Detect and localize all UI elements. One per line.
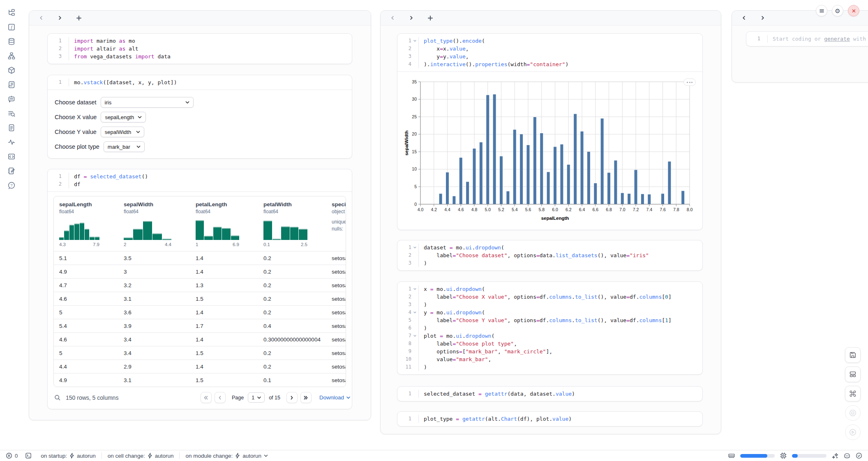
menu-icon[interactable]	[816, 5, 827, 16]
documentation-icon[interactable]	[6, 81, 17, 89]
previous-page-button[interactable]	[215, 392, 226, 403]
code-editor-xy-plot-dropdowns[interactable]: 1x = mo.ui.dropdown(2 label="Choose X va…	[397, 282, 702, 374]
code-line: 9 options=["mark_bar", "mark_circle"],	[401, 348, 697, 355]
table-cell: 3.2	[118, 282, 190, 288]
last-page-button[interactable]	[300, 392, 312, 403]
data-sources-icon[interactable]	[6, 37, 17, 46]
file-explorer-icon[interactable]	[6, 9, 17, 17]
table-row[interactable]: 4.931.40.2setosa	[54, 265, 346, 278]
code-line: 6)	[401, 324, 697, 332]
table-row-count: 150 rows, 5 columns	[66, 394, 118, 401]
column-move-left-icon[interactable]	[739, 15, 749, 21]
save-button[interactable]	[845, 347, 861, 363]
table-row[interactable]: 4.93.11.50.1setosa	[54, 373, 346, 387]
ai-sparkles-icon[interactable]	[832, 452, 838, 459]
dependency-graph-icon[interactable]	[6, 52, 17, 60]
table-column-header[interactable]: petalLengthfloat6416.9	[190, 201, 258, 251]
ram-usage-bar	[740, 454, 775, 458]
add-column-icon[interactable]	[425, 14, 436, 22]
chart-output: 051015202530354.04.24.44.64.85.05.25.45.…	[397, 71, 702, 230]
table-row[interactable]: 53.41.50.2setosa	[54, 346, 346, 360]
settings-gear-icon[interactable]: ⚙	[832, 5, 843, 16]
code-editor-df[interactable]: 1df = selected_dataset()2df	[48, 169, 352, 191]
column-move-left-icon[interactable]	[37, 15, 46, 21]
scratchpad-icon[interactable]	[6, 167, 17, 175]
code-editor-selected-dataset[interactable]: 1selected_dataset = getattr(data, datase…	[397, 387, 702, 401]
table-column-header[interactable]: petalWidthfloat640.12.5	[258, 201, 326, 251]
keyboard-shortcuts-button[interactable]	[845, 386, 861, 401]
variables-icon[interactable]: f	[6, 23, 17, 31]
svg-text:7.6: 7.6	[660, 207, 666, 212]
table-row[interactable]: 4.73.21.30.2setosa	[54, 278, 346, 292]
next-page-button[interactable]	[286, 392, 298, 403]
table-cell: 4.6	[54, 296, 118, 302]
table-cell: 1.4	[190, 364, 258, 370]
code-editor-plot-encode[interactable]: 1plot_type().encode(2 x=x.value,3 y=y.va…	[397, 34, 702, 71]
notes-icon[interactable]	[6, 124, 17, 132]
ram-icon	[728, 452, 735, 459]
code-editor-plot-type[interactable]: 1plot_type = getattr(alt.Chart(df), plot…	[397, 412, 702, 426]
table-column-header[interactable]: sepalWidthfloat6424.4	[118, 201, 190, 251]
code-editor-vstack[interactable]: 1mo.vstack([dataset, x, y, plot])	[48, 75, 352, 90]
helper-panel-sidebar: f ?	[0, 0, 23, 450]
table-row[interactable]: 5.13.51.40.2setosa	[54, 251, 346, 265]
altair-bar-chart[interactable]: 051015202530354.04.24.44.64.85.05.25.45.…	[403, 78, 697, 226]
layout-toggle-button[interactable]	[845, 366, 861, 382]
status-bar: 0 on startup: autorun on cell change: au…	[0, 450, 868, 461]
stop-button[interactable]	[845, 405, 861, 421]
table-footer: 150 rows, 5 columns Page 1 of 15 Downloa…	[48, 387, 352, 409]
svg-text:4.4: 4.4	[444, 207, 450, 212]
search-icon[interactable]	[54, 394, 61, 401]
first-page-button[interactable]	[201, 392, 212, 403]
download-button[interactable]: Download	[319, 394, 350, 401]
column-move-right-icon[interactable]	[758, 15, 767, 21]
chart-bar	[587, 152, 590, 204]
cell-xy-plot-dropdowns: 1x = mo.ui.dropdown(2 label="Choose X va…	[397, 281, 703, 375]
column-move-right-icon[interactable]	[406, 15, 416, 21]
add-column-icon[interactable]	[74, 14, 84, 22]
table-row[interactable]: 5.43.91.70.4setosa	[54, 319, 346, 332]
column-move-right-icon[interactable]	[55, 15, 65, 21]
code-line: 2 x=x.value,	[401, 45, 697, 53]
copilot-icon[interactable]	[844, 452, 850, 459]
chart-bar	[601, 118, 604, 204]
chart-menu-button[interactable]	[683, 78, 696, 86]
on-module-change-setting[interactable]: on module change: autorun	[185, 453, 268, 459]
tracing-icon[interactable]	[6, 138, 17, 146]
code-editor-empty[interactable]: 1Start coding or generate with AI	[746, 32, 868, 46]
page-number-select[interactable]: 1	[248, 392, 265, 403]
table-column-header[interactable]: speciesobjectunique:nulls:	[326, 201, 346, 251]
chart-bar	[473, 149, 476, 204]
cell-imports: 1import marimo as mo2import altair as al…	[47, 33, 352, 64]
table-column-header[interactable]: sepalLengthfloat644.37.9	[54, 201, 118, 251]
table-row[interactable]: 53.61.40.2setosa	[54, 305, 346, 319]
on-cell-change-setting[interactable]: on cell change: autorun	[108, 453, 174, 459]
svg-text:?: ?	[10, 183, 12, 187]
column-move-left-icon[interactable]	[388, 15, 397, 21]
packages-icon[interactable]	[6, 66, 17, 74]
dropdown-select-4[interactable]: mark_bar	[104, 141, 145, 152]
help-icon[interactable]: ?	[6, 181, 17, 189]
table-cell: 1.5	[190, 296, 258, 302]
svg-text:10: 10	[412, 166, 417, 171]
table-row[interactable]: 4.63.11.50.2setosa	[54, 292, 346, 305]
logs-icon[interactable]	[6, 109, 17, 118]
run-button[interactable]	[845, 424, 861, 440]
code-editor-imports[interactable]: 1import marimo as mo2import altair as al…	[48, 34, 352, 64]
on-startup-setting[interactable]: on startup: autorun	[41, 453, 96, 459]
snippets-icon[interactable]	[6, 152, 17, 161]
terminal-icon[interactable]	[25, 452, 32, 459]
on-cell-change-value: autorun	[155, 453, 174, 459]
table-cell: 5.1	[54, 255, 118, 261]
table-row[interactable]: 4.63.41.40.30000000000000004setosa	[54, 332, 346, 346]
errors-indicator[interactable]: 0	[6, 452, 18, 459]
code-editor-dataset-dropdown[interactable]: 1dataset = mo.ui.dropdown(2 label="Choos…	[397, 240, 702, 270]
shutdown-close-icon[interactable]	[848, 5, 859, 16]
dropdown-select-3[interactable]: sepalWidth	[101, 127, 144, 137]
connection-status-icon[interactable]	[856, 452, 862, 459]
ai-chat-icon[interactable]	[6, 95, 17, 103]
dropdown-select-1[interactable]: iris	[101, 97, 194, 108]
table-row[interactable]: 4.42.91.40.2setosa	[54, 360, 346, 373]
notebook-column-1: 1import marimo as mo2import altair as al…	[29, 10, 371, 420]
dropdown-select-2[interactable]: sepalLength	[101, 112, 146, 122]
